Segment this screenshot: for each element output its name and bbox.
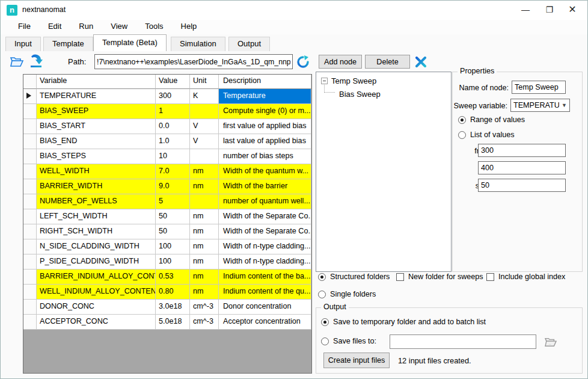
- row-header-cell[interactable]: [23, 179, 37, 194]
- cell-variable[interactable]: N_SIDE_CLADDING_WIDTH: [37, 239, 156, 254]
- cell-description[interactable]: Indium content of the ba...: [219, 270, 311, 285]
- tab-output[interactable]: Output: [228, 37, 270, 51]
- to-input[interactable]: [478, 161, 566, 174]
- cell-unit[interactable]: cm^-3: [190, 315, 219, 330]
- list-of-values-radio[interactable]: List of values: [458, 131, 515, 139]
- column-header-description[interactable]: Description: [219, 75, 311, 89]
- cell-description[interactable]: number of quantum well...: [219, 194, 311, 209]
- row-header-cell[interactable]: [23, 89, 37, 104]
- row-header-cell[interactable]: [23, 270, 37, 285]
- row-header-cell[interactable]: [23, 224, 37, 239]
- save-temporary-radio[interactable]: Save to temporary folder and add to batc…: [321, 318, 486, 326]
- row-header-cell[interactable]: [23, 104, 37, 119]
- cell-description[interactable]: Width of n-type cladding...: [219, 239, 311, 254]
- menu-item-edit[interactable]: Edit: [41, 20, 68, 34]
- cell-unit[interactable]: nm: [190, 254, 219, 270]
- row-header-cell[interactable]: [23, 149, 37, 164]
- cell-value[interactable]: 300: [156, 89, 190, 104]
- refresh-button[interactable]: [295, 54, 311, 70]
- cell-variable[interactable]: RIGHT_SCH_WIDTH: [37, 224, 156, 239]
- cell-unit[interactable]: nm: [190, 285, 219, 300]
- cell-variable[interactable]: NUMBER_OF_WELLS: [37, 194, 156, 209]
- row-header-cell[interactable]: [23, 254, 37, 270]
- step-input[interactable]: [478, 179, 566, 192]
- cell-value[interactable]: 0.80: [156, 285, 190, 300]
- cell-variable[interactable]: P_SIDE_CLADDING_WIDTH: [37, 254, 156, 270]
- cell-description[interactable]: first value of applied bias: [219, 119, 311, 134]
- column-header-unit[interactable]: Unit: [190, 75, 219, 89]
- create-input-files-button[interactable]: Create input files: [323, 353, 390, 368]
- cell-value[interactable]: 9.0: [156, 179, 190, 194]
- structured-folders-radio[interactable]: Structured folders: [318, 273, 390, 281]
- browse-folder-button[interactable]: ...: [542, 334, 559, 349]
- cell-unit[interactable]: nm: [190, 209, 219, 224]
- tree-node-child[interactable]: Bias Sweep: [339, 90, 381, 99]
- cell-description[interactable]: number of bias steps: [219, 149, 311, 164]
- column-header-variable[interactable]: Variable: [37, 75, 156, 89]
- node-name-input[interactable]: [512, 81, 566, 94]
- sweep-variable-dropdown[interactable]: TEMPERATURE ▼: [510, 99, 570, 112]
- import-template-button[interactable]: [27, 53, 45, 70]
- row-header-cell[interactable]: [23, 119, 37, 134]
- add-node-button[interactable]: Add node: [319, 55, 362, 69]
- cell-description[interactable]: Temperature: [219, 89, 311, 104]
- cell-value[interactable]: 0.0: [156, 119, 190, 134]
- row-header-cell[interactable]: [23, 285, 37, 300]
- cell-variable[interactable]: BIAS_START: [37, 119, 156, 134]
- row-header-cell[interactable]: [23, 164, 37, 179]
- include-global-index-checkbox[interactable]: Include global index: [486, 273, 565, 281]
- new-folder-sweeps-checkbox[interactable]: New folder for sweeps: [396, 273, 483, 281]
- tab-simulation[interactable]: Simulation: [171, 37, 225, 51]
- cell-unit[interactable]: nm: [190, 224, 219, 239]
- cell-description[interactable]: Indium content of the qu...: [219, 285, 311, 300]
- minimize-button[interactable]: —: [515, 1, 536, 19]
- cell-value[interactable]: 5.0e18: [156, 315, 190, 330]
- cell-unit[interactable]: [190, 194, 219, 209]
- menu-item-help[interactable]: Help: [174, 20, 204, 34]
- tab-template-beta[interactable]: Template (Beta): [93, 34, 167, 51]
- cell-value[interactable]: 50: [156, 209, 190, 224]
- cell-variable[interactable]: ACCEPTOR_CONC: [37, 315, 156, 330]
- cell-variable[interactable]: BARRIER_WIDTH: [37, 179, 156, 194]
- menu-item-tools[interactable]: Tools: [138, 20, 170, 34]
- cell-value[interactable]: 1.0: [156, 134, 190, 149]
- cell-variable[interactable]: WELL_WIDTH: [37, 164, 156, 179]
- save-files-to-radio[interactable]: Save files to:: [321, 337, 376, 345]
- cell-variable[interactable]: WELL_INDIUM_ALLOY_CONTENT: [37, 285, 156, 300]
- tab-template[interactable]: Template: [43, 37, 93, 51]
- cell-description[interactable]: Width of n-type cladding...: [219, 254, 311, 270]
- collapse-icon[interactable]: [321, 78, 328, 84]
- cell-value[interactable]: 3.0e18: [156, 300, 190, 315]
- cell-value[interactable]: 7.0: [156, 164, 190, 179]
- cell-variable[interactable]: LEFT_SCH_WIDTH: [37, 209, 156, 224]
- cell-value[interactable]: 1: [156, 104, 190, 119]
- range-of-values-radio[interactable]: Range of values: [458, 116, 525, 124]
- from-input[interactable]: [478, 144, 566, 157]
- menu-item-view[interactable]: View: [104, 20, 134, 34]
- tab-input[interactable]: Input: [5, 37, 41, 51]
- tree-node-root[interactable]: Temp Sweep: [321, 76, 376, 85]
- cell-unit[interactable]: K: [190, 89, 219, 104]
- cell-description[interactable]: Width of the barrier: [219, 179, 311, 194]
- open-template-button[interactable]: [8, 53, 26, 70]
- cell-description[interactable]: Width of the Separate Co...: [219, 224, 311, 239]
- cell-value[interactable]: 0.53: [156, 270, 190, 285]
- save-files-to-input[interactable]: [390, 334, 536, 349]
- row-header-cell[interactable]: [23, 300, 37, 315]
- cell-description[interactable]: Donor concentration: [219, 300, 311, 315]
- close-button[interactable]: ✕: [562, 1, 583, 19]
- menu-item-file[interactable]: File: [11, 20, 37, 34]
- cell-unit[interactable]: nm: [190, 164, 219, 179]
- cell-unit[interactable]: cm^-3: [190, 300, 219, 315]
- cell-unit[interactable]: V: [190, 134, 219, 149]
- cell-variable[interactable]: TEMPERATURE: [37, 89, 156, 104]
- row-header-cell[interactable]: [23, 134, 37, 149]
- cell-unit[interactable]: nm: [190, 239, 219, 254]
- cell-unit[interactable]: nm: [190, 270, 219, 285]
- maximize-button[interactable]: ❐: [539, 1, 560, 19]
- cell-unit[interactable]: nm: [190, 179, 219, 194]
- cell-variable[interactable]: BIAS_STEPS: [37, 149, 156, 164]
- row-header-cell[interactable]: [23, 239, 37, 254]
- row-header-cell[interactable]: [23, 315, 37, 330]
- single-folders-radio[interactable]: Single folders: [318, 290, 376, 298]
